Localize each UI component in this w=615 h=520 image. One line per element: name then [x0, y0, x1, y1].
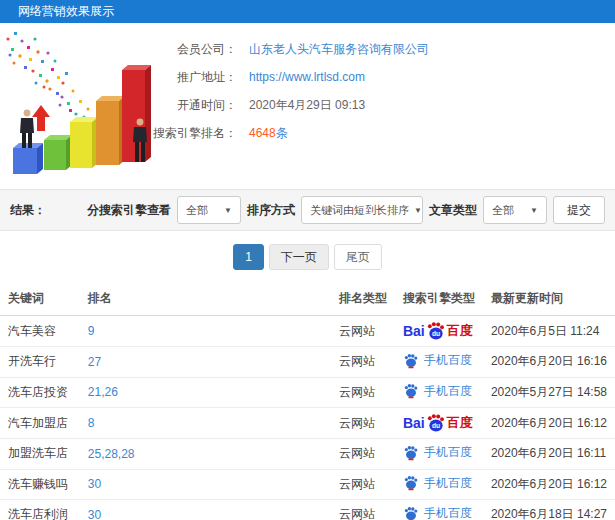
- promo-url-link[interactable]: https://www.lrtlsd.com: [249, 63, 365, 91]
- engine-cell: 手机百度: [395, 439, 483, 470]
- baidu-logo-cn-text: 百度: [447, 322, 473, 340]
- company-link[interactable]: 山东老人头汽车服务咨询有限公司: [249, 35, 429, 63]
- keyword-cell: 加盟洗车店: [0, 439, 80, 470]
- open-time-value: 2020年4月29日 09:13: [249, 91, 365, 119]
- rank-cell: 25,28,28: [80, 439, 331, 470]
- mobile-baidu-badge: 手机百度: [403, 444, 472, 461]
- rank-cell: 30: [80, 469, 331, 500]
- sort-select[interactable]: 关键词由短到长排序 ▼: [301, 196, 423, 224]
- businessman-left: [20, 110, 34, 148]
- rank-count-suffix: 条: [276, 126, 288, 140]
- rank-link[interactable]: 30: [88, 477, 101, 491]
- mobile-baidu-badge: 手机百度: [403, 475, 472, 492]
- engine-filter-value: 全部: [186, 203, 208, 218]
- engine-filter-select[interactable]: 全部 ▼: [177, 196, 241, 224]
- mobile-baidu-label: 手机百度: [424, 505, 472, 520]
- submit-button[interactable]: 提交: [553, 196, 605, 224]
- col-header-update-time: 最新更新时间: [483, 282, 615, 316]
- info-row-company: 会员公司： 山东老人头汽车服务咨询有限公司: [110, 35, 610, 63]
- company-label: 会员公司：: [110, 35, 237, 63]
- article-type-label: 文章类型: [429, 202, 477, 219]
- rank-type-cell: 云网站: [331, 439, 395, 470]
- baidu-paw-du-text: du: [432, 422, 440, 429]
- mobile-baidu-paw-icon: [403, 475, 419, 491]
- bar-yellow: [70, 117, 98, 168]
- info-row-rank-count: 搜索引擎排名： 4648条: [110, 119, 610, 147]
- table-row: 汽车加盟店 8 云网站 Bai du 百度 2020年6月20日 16:12: [0, 408, 615, 439]
- rank-type-cell: 云网站: [331, 469, 395, 500]
- baidu-logo: Bai du 百度: [403, 413, 473, 433]
- chevron-down-icon: ▼: [224, 206, 232, 215]
- sort-value: 关键词由短到长排序: [310, 203, 409, 218]
- update-time-cell: 2020年6月18日 14:27: [483, 500, 615, 520]
- rank-type-cell: 云网站: [331, 316, 395, 347]
- engine-cell: 手机百度: [395, 500, 483, 520]
- table-row: 洗车赚钱吗 30 云网站 手机百度 2020年6月20日 16:12: [0, 469, 615, 500]
- up-arrow-icon: [32, 105, 50, 131]
- mobile-baidu-paw-icon: [403, 506, 419, 520]
- pagination: 1 下一页 尾页: [0, 244, 615, 270]
- page-title-bar: 网络营销效果展示: [0, 0, 615, 23]
- rank-cell: 27: [80, 347, 331, 378]
- engine-cell: Bai du 百度: [395, 316, 483, 347]
- page-button-current[interactable]: 1: [233, 244, 264, 270]
- promo-url-label: 推广地址：: [110, 63, 237, 91]
- mobile-baidu-paw-icon: [403, 353, 419, 369]
- article-type-select[interactable]: 全部 ▼: [483, 196, 547, 224]
- info-section: 会员公司： 山东老人头汽车服务咨询有限公司 推广地址： https://www.…: [0, 23, 615, 189]
- rank-link[interactable]: 21,26: [88, 385, 118, 399]
- col-header-rank-type: 排名类型: [331, 282, 395, 316]
- article-type-value: 全部: [492, 203, 514, 218]
- rank-type-cell: 云网站: [331, 500, 395, 520]
- keyword-cell: 洗车赚钱吗: [0, 469, 80, 500]
- bar-green: [44, 135, 72, 170]
- info-row-url: 推广地址： https://www.lrtlsd.com: [110, 63, 610, 91]
- rank-link[interactable]: 9: [88, 324, 95, 338]
- rank-link[interactable]: 25,28,28: [88, 447, 135, 461]
- update-time-cell: 2020年6月5日 11:24: [483, 316, 615, 347]
- rank-count-number: 4648: [249, 126, 276, 140]
- mobile-baidu-paw-icon: [403, 383, 419, 399]
- rank-cell: 21,26: [80, 377, 331, 408]
- mobile-baidu-label: 手机百度: [424, 352, 472, 369]
- col-header-keyword: 关键词: [0, 282, 80, 316]
- baidu-logo-bai-text: Bai: [403, 323, 425, 339]
- rank-count-label: 搜索引擎排名：: [110, 119, 237, 147]
- engine-filter-label: 分搜索引擎查看: [87, 202, 171, 219]
- update-time-cell: 2020年6月20日 16:11: [483, 439, 615, 470]
- baidu-paw-icon: du: [426, 321, 446, 341]
- table-row: 洗车店投资 21,26 云网站 手机百度 2020年5月27日 14:58: [0, 377, 615, 408]
- update-time-cell: 2020年6月20日 16:12: [483, 469, 615, 500]
- keyword-cell: 洗车店投资: [0, 377, 80, 408]
- last-page-button[interactable]: 尾页: [334, 244, 382, 270]
- rank-cell: 8: [80, 408, 331, 439]
- col-header-engine-type: 搜索引擎类型: [395, 282, 483, 316]
- chevron-down-icon: ▼: [530, 206, 538, 215]
- mobile-baidu-label: 手机百度: [424, 383, 472, 400]
- rank-type-cell: 云网站: [331, 377, 395, 408]
- next-page-button[interactable]: 下一页: [269, 244, 329, 270]
- keyword-cell: 汽车美容: [0, 316, 80, 347]
- chevron-down-icon: ▼: [414, 206, 422, 215]
- filter-controls: 分搜索引擎查看 全部 ▼ 排序方式 关键词由短到长排序 ▼ 文章类型 全部 ▼ …: [87, 196, 605, 224]
- rank-type-cell: 云网站: [331, 408, 395, 439]
- confetti-dots: [6, 32, 89, 119]
- rank-link[interactable]: 27: [88, 355, 101, 369]
- table-body: 汽车美容 9 云网站 Bai du 百度 2020年6月5日 11:24 开洗车…: [0, 316, 615, 520]
- open-time-label: 开通时间：: [110, 91, 237, 119]
- results-table: 关键词 排名 排名类型 搜索引擎类型 最新更新时间 汽车美容 9 云网站 Bai…: [0, 282, 615, 520]
- update-time-cell: 2020年5月27日 14:58: [483, 377, 615, 408]
- rank-cell: 9: [80, 316, 331, 347]
- engine-cell: 手机百度: [395, 469, 483, 500]
- keyword-cell: 开洗车行: [0, 347, 80, 378]
- table-row: 加盟洗车店 25,28,28 云网站 手机百度 2020年6月20日 16:11: [0, 439, 615, 470]
- mobile-baidu-badge: 手机百度: [403, 505, 472, 520]
- rank-link[interactable]: 8: [88, 416, 95, 430]
- baidu-logo-bai-text: Bai: [403, 415, 425, 431]
- engine-cell: 手机百度: [395, 377, 483, 408]
- rank-link[interactable]: 30: [88, 508, 101, 520]
- rank-type-cell: 云网站: [331, 347, 395, 378]
- page-title: 网络营销效果展示: [18, 4, 114, 18]
- filter-bar: 结果： 分搜索引擎查看 全部 ▼ 排序方式 关键词由短到长排序 ▼ 文章类型 全…: [0, 189, 615, 231]
- col-header-rank: 排名: [80, 282, 331, 316]
